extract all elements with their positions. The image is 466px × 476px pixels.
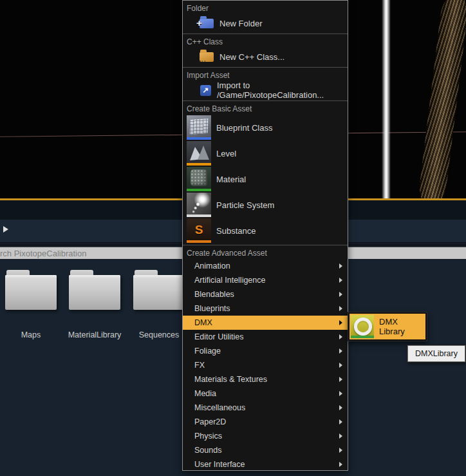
menu-item-label: Editor Utilities — [194, 332, 339, 341]
folder-icon — [5, 275, 57, 310]
menu-item-sounds[interactable]: Sounds — [183, 443, 348, 457]
menu-item-label: Material — [216, 175, 246, 184]
submenu-item-dmx-library[interactable]: DMX Library — [350, 314, 425, 339]
menu-item-user-interface[interactable]: User Interface — [183, 457, 348, 471]
material-icon — [187, 167, 211, 191]
menu-item-artificial-intelligence[interactable]: Artificial Intelligence — [183, 273, 348, 287]
submenu-arrow-icon — [339, 405, 342, 410]
folder-materiallibrary[interactable]: MaterialLibrary — [69, 270, 120, 339]
folder-sequences[interactable]: Sequences — [133, 270, 185, 339]
submenu-arrow-icon — [339, 448, 342, 453]
menu-item-materials-textures[interactable]: Materials & Textures — [183, 372, 348, 386]
submenu-arrow-icon — [339, 292, 342, 297]
new-folder-icon: + — [200, 19, 214, 28]
menu-item-label: Animation — [194, 262, 339, 271]
menu-item-label: DMX — [194, 318, 339, 327]
submenu-arrow-icon — [339, 306, 342, 311]
section-header-import-asset: Import Asset — [183, 68, 348, 81]
menu-item-label: User Interface — [194, 460, 339, 469]
menu-item-label: Blueprints — [194, 304, 339, 313]
folder-icon — [69, 275, 120, 310]
import-icon: ↗ — [200, 85, 211, 96]
section-header-create-basic-asset: Create Basic Asset — [183, 101, 348, 115]
menu-item-substance[interactable]: S Substance — [183, 218, 348, 243]
menu-item-miscellaneous[interactable]: Miscellaneous — [183, 401, 348, 415]
substance-icon: S — [187, 218, 211, 243]
menu-item-level[interactable]: Level — [183, 140, 348, 166]
folder-maps[interactable]: Maps — [5, 270, 57, 339]
tooltip-text: DMXLibrary — [415, 349, 458, 358]
column-mesh — [417, 0, 466, 198]
submenu-item-label: DMX Library — [379, 317, 425, 336]
menu-item-label: Physics — [194, 432, 339, 441]
menu-item-label: Materials & Textures — [194, 375, 339, 384]
menu-item-label: New Folder — [219, 19, 262, 28]
submenu-arrow-icon — [339, 334, 342, 339]
menu-item-label: Blueprint Class — [216, 123, 272, 133]
menu-item-label: New C++ Class... — [219, 52, 284, 62]
section-header-create-advanced-asset: Create Advanced Asset — [183, 245, 348, 259]
menu-item-blendables[interactable]: Blendables — [183, 287, 348, 301]
particle-system-icon — [187, 193, 211, 217]
menu-item-label: Blendables — [194, 290, 339, 299]
section-header-cpp-class: C++ Class — [183, 34, 348, 48]
section-header-folder: Folder — [183, 1, 348, 14]
menu-item-animation[interactable]: Animation — [183, 259, 348, 273]
tooltip: DMXLibrary — [407, 345, 465, 362]
menu-item-material[interactable]: Material — [183, 166, 348, 192]
submenu-arrow-icon — [339, 348, 342, 354]
pole-mesh — [382, 0, 391, 198]
menu-item-label: Particle System — [216, 200, 274, 210]
menu-item-import[interactable]: ↗ Import to /Game/PixotopeCalibration... — [183, 81, 348, 99]
menu-item-label: Sounds — [194, 446, 339, 455]
submenu-arrow-icon — [339, 391, 342, 396]
breadcrumb-expand-icon[interactable] — [3, 226, 8, 233]
dmx-submenu: DMX Library — [348, 312, 427, 341]
submenu-arrow-icon — [339, 433, 342, 439]
menu-item-label: FX — [194, 361, 339, 370]
submenu-arrow-icon — [339, 462, 342, 467]
submenu-arrow-icon — [339, 377, 342, 382]
menu-item-foliage[interactable]: Foliage — [183, 344, 348, 358]
menu-item-particle-system[interactable]: Particle System — [183, 192, 348, 218]
blueprint-class-icon — [187, 115, 211, 140]
menu-item-label: Level — [216, 149, 236, 158]
submenu-arrow-icon — [339, 320, 342, 325]
menu-item-physics[interactable]: Physics — [183, 429, 348, 443]
menu-item-label: Miscellaneous — [194, 403, 339, 412]
menu-item-paper2d[interactable]: Paper2D — [183, 415, 348, 429]
submenu-arrow-icon — [339, 278, 342, 283]
level-icon — [187, 141, 211, 166]
cpp-class-icon: C++ — [200, 52, 214, 62]
menu-item-media[interactable]: Media — [183, 386, 348, 401]
menu-item-label: Media — [194, 389, 339, 398]
menu-item-label: Paper2D — [194, 417, 339, 426]
menu-item-blueprints[interactable]: Blueprints — [183, 301, 348, 316]
menu-item-label: Import to /Game/PixotopeCalibration... — [217, 81, 348, 100]
menu-item-label: Substance — [216, 226, 256, 236]
unreal-editor-window: Maps MaterialLibrary Sequences Folder + … — [0, 0, 466, 476]
menu-item-editor-utilities[interactable]: Editor Utilities — [183, 330, 348, 344]
menu-item-fx[interactable]: FX — [183, 358, 348, 372]
menu-item-new-cpp-class[interactable]: C++ New C++ Class... — [183, 48, 348, 66]
menu-item-label: Artificial Intelligence — [194, 276, 339, 285]
submenu-arrow-icon — [339, 419, 342, 424]
dmx-library-icon — [351, 315, 374, 338]
context-menu: Folder + New Folder C++ Class C++ New C+… — [182, 0, 348, 471]
menu-item-new-folder[interactable]: + New Folder — [183, 14, 348, 32]
menu-item-dmx[interactable]: DMX — [183, 316, 348, 330]
submenu-arrow-icon — [339, 263, 342, 269]
menu-item-blueprint-class[interactable]: Blueprint Class — [183, 115, 348, 140]
menu-item-label: Foliage — [194, 347, 339, 356]
folder-icon — [133, 275, 185, 310]
submenu-arrow-icon — [339, 363, 342, 368]
